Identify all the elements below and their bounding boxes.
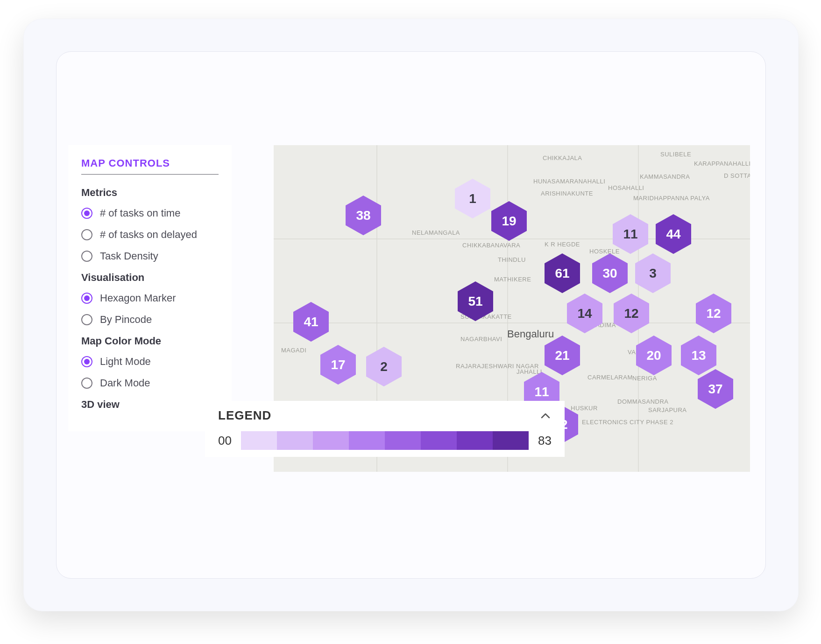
radio-icon <box>81 293 92 304</box>
colormode-option-label: Light Mode <box>100 356 151 368</box>
hex-value: 44 <box>666 227 680 242</box>
map-place-label: Neriga <box>632 375 657 382</box>
hex-value: 51 <box>468 294 482 309</box>
hex-value: 21 <box>555 348 569 363</box>
hex-value: 37 <box>708 382 722 397</box>
legend-color-scale <box>241 431 529 450</box>
hex-value: 41 <box>304 315 318 329</box>
map-place-label: Hunasamaranahalli <box>533 178 605 185</box>
hex-value: 61 <box>555 266 569 281</box>
map-controls-panel: MAP CONTROLS Metrics # of tasks on time#… <box>68 145 232 431</box>
hex-marker[interactable]: 41 <box>293 302 329 342</box>
three-d-view-heading: 3D view <box>81 399 219 411</box>
legend-max-value: 83 <box>538 434 552 448</box>
hex-value: 20 <box>646 348 661 363</box>
map-place-label: Dommasandra <box>617 398 669 405</box>
colormode-option-label: Dark Mode <box>100 377 150 389</box>
radio-icon <box>81 314 92 325</box>
map-place-label: Magadi <box>281 347 306 354</box>
hex-value: 30 <box>602 266 617 281</box>
metrics-option-label: # of tasks on time <box>100 207 180 219</box>
legend-min-value: 00 <box>218 434 232 448</box>
legend-panel: LEGEND 00 83 <box>205 401 565 457</box>
map-place-label: Sarjapura <box>648 406 687 413</box>
hex-marker[interactable]: 11 <box>613 214 648 254</box>
radio-icon <box>81 208 92 219</box>
map-place-label: Sulibele <box>660 151 691 158</box>
hex-value: 12 <box>706 306 721 321</box>
radio-icon <box>81 356 92 367</box>
map-place-label: Chikkajala <box>543 154 582 161</box>
radio-icon <box>81 229 92 240</box>
metrics-heading: Metrics <box>81 187 219 199</box>
hex-value: 11 <box>534 385 549 399</box>
content-card: MAP CONTROLS Metrics # of tasks on time#… <box>56 51 766 579</box>
visualisation-heading: Visualisation <box>81 272 219 284</box>
hex-marker[interactable]: 2 <box>366 347 402 387</box>
map-place-label: Nelamangala <box>412 229 460 236</box>
hex-marker[interactable]: 44 <box>656 214 691 254</box>
hex-value: 22 <box>553 417 567 432</box>
hex-value: 1 <box>469 191 476 206</box>
visualisation-option[interactable]: By Pincode <box>81 314 219 326</box>
radio-icon <box>81 251 92 262</box>
hex-value: 11 <box>623 227 637 242</box>
metrics-option[interactable]: Task Density <box>81 250 219 262</box>
hex-marker[interactable]: 12 <box>696 294 731 334</box>
legend-segment <box>313 431 349 450</box>
legend-segment <box>277 431 313 450</box>
visualisation-option-label: By Pincode <box>100 314 152 326</box>
hex-value: 13 <box>691 348 706 363</box>
map-place-label: K R Hegde <box>545 241 580 248</box>
hex-marker[interactable]: 17 <box>320 345 356 385</box>
hex-value: 38 <box>356 208 370 223</box>
visualisation-option-label: Hexagon Marker <box>100 292 176 304</box>
map-place-label: Hosahalli <box>608 184 644 191</box>
hex-marker[interactable]: 37 <box>698 369 733 409</box>
legend-segment <box>385 431 421 450</box>
content-area: MAP CONTROLS Metrics # of tasks on time#… <box>68 145 755 476</box>
map-controls-title: MAP CONTROLS <box>81 157 219 175</box>
legend-segment <box>493 431 529 450</box>
hex-marker[interactable]: 12 <box>614 294 649 334</box>
hex-marker[interactable]: 19 <box>491 201 527 241</box>
metrics-option-label: Task Density <box>100 250 158 262</box>
map-place-label: Electronics City Phase 2 <box>582 419 673 426</box>
hex-marker[interactable]: 14 <box>567 294 602 334</box>
hex-value: 3 <box>649 266 657 281</box>
map-place-label: Mathikere <box>494 276 531 283</box>
hex-marker[interactable]: 3 <box>635 253 671 294</box>
legend-title: LEGEND <box>218 408 271 423</box>
hex-marker[interactable]: 1 <box>455 179 490 219</box>
legend-segment <box>241 431 277 450</box>
map-place-label: D Sottahalli <box>724 172 750 179</box>
hex-value: 12 <box>624 306 638 321</box>
map-place-label: Maridhappanna Palya <box>633 195 710 202</box>
metrics-option-label: # of tasks on delayed <box>100 229 197 241</box>
colormode-option[interactable]: Dark Mode <box>81 377 219 389</box>
map-place-label: Chikkabanavara <box>462 242 520 249</box>
hex-marker[interactable]: 20 <box>636 336 672 376</box>
map-place-label: Arishinakunte <box>541 190 593 197</box>
metrics-option[interactable]: # of tasks on delayed <box>81 229 219 241</box>
hex-marker[interactable]: 61 <box>545 253 580 294</box>
colormode-heading: Map Color Mode <box>81 335 219 347</box>
legend-segment <box>421 431 457 450</box>
hex-marker[interactable]: 38 <box>346 196 381 236</box>
hex-marker[interactable]: 30 <box>592 253 628 294</box>
hex-value: 19 <box>502 214 516 229</box>
hex-marker[interactable]: 51 <box>458 281 493 322</box>
radio-icon <box>81 378 92 389</box>
map-place-label: Kammasandra <box>640 173 690 180</box>
hex-value: 2 <box>380 359 388 374</box>
hex-value: 14 <box>577 306 592 321</box>
hex-marker[interactable]: 21 <box>545 336 580 376</box>
map-place-label: Nagarbhavi <box>460 336 502 343</box>
visualisation-option[interactable]: Hexagon Marker <box>81 292 219 304</box>
map-place-label: Carmelaram <box>587 374 633 381</box>
metrics-option[interactable]: # of tasks on time <box>81 207 219 219</box>
hex-value: 17 <box>331 357 345 372</box>
colormode-option[interactable]: Light Mode <box>81 356 219 368</box>
map-place-label: Karappanahalli <box>694 160 750 167</box>
legend-collapse-icon[interactable] <box>539 410 552 422</box>
